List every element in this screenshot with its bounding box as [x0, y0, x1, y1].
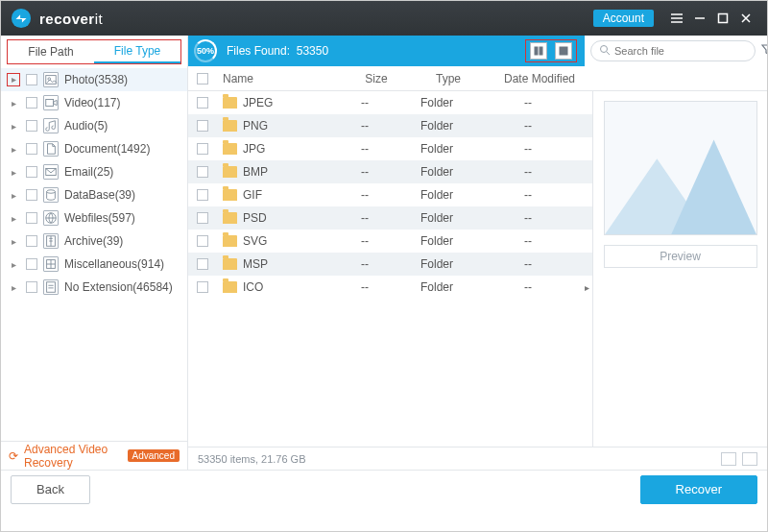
- category-checkbox[interactable]: [26, 189, 37, 201]
- row-checkbox[interactable]: [197, 189, 208, 201]
- window-close-icon[interactable]: [734, 7, 757, 30]
- category-checkbox[interactable]: [26, 258, 37, 270]
- sidebar-item-web[interactable]: ▸Webfiles(597): [1, 206, 187, 230]
- files-found-label: Files Found: 53350: [227, 44, 328, 58]
- category-checkbox[interactable]: [26, 74, 37, 85]
- tab-file-path[interactable]: File Path: [8, 40, 94, 63]
- back-button[interactable]: Back: [11, 475, 90, 504]
- preview-panel: Preview: [592, 91, 767, 447]
- progress-ring: 50%: [194, 39, 217, 62]
- sidebar-item-photo[interactable]: ▸Photo(3538): [1, 68, 187, 91]
- sidebar-item-label: Video(117): [64, 96, 121, 109]
- database-icon: [43, 187, 59, 203]
- row-date: --: [475, 119, 581, 133]
- recover-button[interactable]: Recover: [640, 475, 757, 504]
- sidebar-item-label: Email(25): [64, 165, 113, 179]
- row-checkbox[interactable]: [197, 281, 208, 293]
- menu-icon[interactable]: [665, 7, 688, 30]
- folder-icon: [223, 235, 237, 247]
- expand-row-icon[interactable]: ▸: [581, 282, 592, 293]
- category-checkbox[interactable]: [26, 281, 37, 293]
- table-row[interactable]: BMP--Folder--: [188, 160, 592, 183]
- row-type: Folder: [398, 257, 475, 271]
- sidebar-item-label: Document(1492): [64, 142, 150, 156]
- folder-icon: [223, 166, 237, 178]
- filter-icon[interactable]: [761, 43, 768, 60]
- row-size: --: [331, 211, 398, 225]
- table-row[interactable]: GIF--Folder--: [188, 183, 592, 206]
- row-date: --: [475, 165, 581, 179]
- row-type: Folder: [398, 119, 475, 133]
- folder-icon: [223, 120, 237, 132]
- category-checkbox[interactable]: [26, 120, 37, 132]
- col-name[interactable]: Name: [217, 72, 343, 85]
- folder-icon: [223, 258, 237, 270]
- svg-rect-10: [47, 282, 56, 293]
- category-checkbox[interactable]: [26, 212, 37, 224]
- table-row[interactable]: JPEG--Folder--: [188, 91, 592, 114]
- col-type[interactable]: Type: [410, 72, 487, 85]
- tab-file-type[interactable]: File Type: [94, 40, 180, 63]
- category-checkbox[interactable]: [26, 235, 37, 247]
- folder-icon: [223, 97, 237, 109]
- stop-button[interactable]: [555, 42, 572, 60]
- preview-thumbnail: [604, 101, 757, 235]
- svg-point-6: [47, 190, 56, 194]
- advanced-video-recovery[interactable]: ⟳ Advanced Video Recovery Advanced: [1, 441, 187, 470]
- pause-button[interactable]: [530, 42, 547, 60]
- row-checkbox[interactable]: [197, 235, 208, 247]
- chevron-right-icon: ▸: [7, 236, 20, 247]
- row-checkbox[interactable]: [197, 97, 208, 109]
- col-date[interactable]: Date Modified: [487, 72, 592, 85]
- category-checkbox[interactable]: [26, 166, 37, 178]
- view-grid-icon[interactable]: [721, 452, 736, 466]
- window-maximize-icon[interactable]: [711, 7, 734, 30]
- chevron-right-icon: ▸: [7, 121, 20, 132]
- category-checkbox[interactable]: [26, 97, 37, 109]
- row-checkbox[interactable]: [197, 143, 208, 155]
- row-checkbox[interactable]: [197, 166, 208, 178]
- chevron-right-icon: ▸: [7, 282, 20, 293]
- row-name: ICO: [243, 280, 263, 294]
- sidebar-item-label: Archive(39): [64, 234, 123, 248]
- preview-label: Preview: [604, 245, 757, 268]
- row-date: --: [475, 211, 581, 225]
- row-checkbox[interactable]: [197, 120, 208, 132]
- table-row[interactable]: MSP--Folder--: [188, 253, 592, 276]
- sidebar-item-archive[interactable]: ▸Archive(39): [1, 230, 187, 253]
- sidebar-item-audio[interactable]: ▸Audio(5): [1, 114, 187, 137]
- window-minimize-icon[interactable]: [688, 7, 711, 30]
- sidebar-item-noext[interactable]: ▸No Extension(46584): [1, 276, 187, 299]
- sidebar-item-database[interactable]: ▸DataBase(39): [1, 183, 187, 206]
- table-row[interactable]: SVG--Folder--: [188, 230, 592, 253]
- sidebar-item-email[interactable]: ▸Email(25): [1, 160, 187, 183]
- account-button[interactable]: Account: [593, 10, 654, 27]
- table-row[interactable]: ICO--Folder--▸: [188, 276, 592, 299]
- category-checkbox[interactable]: [26, 143, 37, 155]
- row-checkbox[interactable]: [197, 212, 208, 224]
- row-type: Folder: [398, 234, 475, 248]
- sidebar-item-misc[interactable]: ▸Miscellaneous(914): [1, 253, 187, 276]
- sidebar-item-document[interactable]: ▸Document(1492): [1, 137, 187, 160]
- table-row[interactable]: PSD--Folder--: [188, 206, 592, 230]
- misc-icon: [43, 256, 59, 272]
- sidebar-item-video[interactable]: ▸Video(117): [1, 91, 187, 114]
- folder-icon: [223, 189, 237, 201]
- category-tree: ▸Photo(3538)▸Video(117)▸Audio(5)▸Documen…: [1, 64, 187, 441]
- col-size[interactable]: Size: [343, 72, 410, 85]
- row-type: Folder: [398, 211, 475, 225]
- search-input[interactable]: [590, 40, 756, 61]
- row-size: --: [331, 96, 398, 109]
- table-row[interactable]: PNG--Folder--: [188, 114, 592, 137]
- document-icon: [43, 141, 59, 157]
- view-list-icon[interactable]: [742, 452, 757, 466]
- photo-icon: [43, 72, 59, 87]
- svg-rect-4: [46, 100, 54, 107]
- row-type: Folder: [398, 188, 475, 202]
- select-all-checkbox[interactable]: [197, 73, 208, 85]
- chevron-right-icon: ▸: [7, 73, 20, 86]
- row-checkbox[interactable]: [197, 258, 208, 270]
- table-row[interactable]: JPG--Folder--: [188, 137, 592, 160]
- svg-rect-13: [560, 47, 567, 55]
- web-icon: [43, 210, 59, 226]
